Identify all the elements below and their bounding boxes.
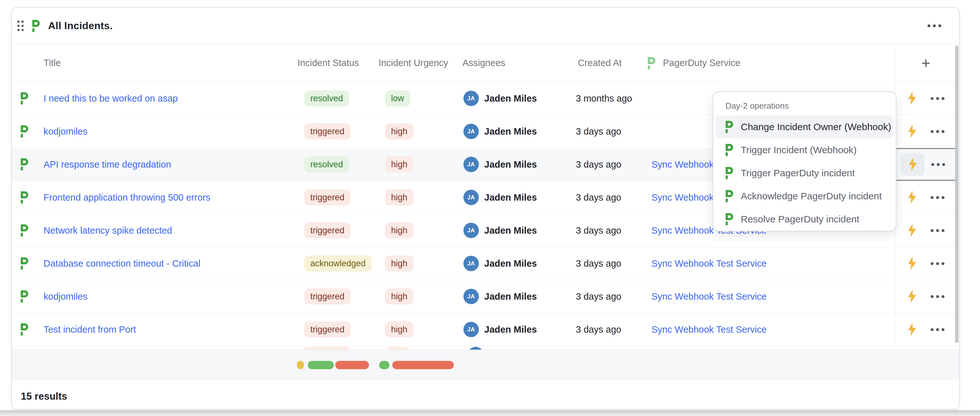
menu-section-label: Day-2 operations — [725, 101, 893, 111]
incident-status-badge: acknowledged — [304, 255, 372, 271]
table-header-row: Title Incident Status Incident Urgency A… — [12, 44, 957, 82]
incident-title-link[interactable]: kodjomiles — [43, 291, 88, 301]
avatar: JA — [463, 289, 479, 304]
pagerduty-icon — [646, 57, 656, 69]
incident-urgency-badge: high — [385, 322, 414, 338]
results-count: 15 results — [21, 390, 67, 402]
pagerduty-service-link[interactable]: Sync Webhook Test Service — [651, 258, 767, 269]
pagerduty-icon — [31, 20, 40, 32]
pagerduty-icon — [19, 125, 29, 137]
vertical-scrollbar[interactable] — [955, 46, 959, 343]
add-column-button[interactable]: + — [921, 56, 931, 71]
incident-title-link[interactable]: Database connection timeout - Critical — [43, 258, 200, 269]
pagerduty-icon — [724, 144, 734, 156]
incident-status-badge: triggered — [304, 322, 351, 338]
row-menu-button[interactable] — [931, 262, 945, 265]
row-menu-button[interactable] — [931, 97, 945, 100]
incident-status-badge — [303, 347, 350, 350]
widget-menu-button[interactable] — [924, 21, 945, 30]
pagerduty-icon — [724, 190, 734, 202]
avatar: JA — [463, 322, 479, 337]
incident-urgency-badge: high — [385, 190, 414, 206]
run-action-button[interactable] — [900, 120, 924, 143]
assignee-name: Jaden Miles — [484, 93, 537, 104]
column-header-title[interactable]: Title — [36, 58, 297, 68]
created-at: 3 days ago — [574, 159, 644, 170]
run-action-button[interactable] — [900, 318, 924, 341]
row-menu-button[interactable] — [931, 196, 945, 199]
row-menu-button[interactable] — [931, 163, 945, 166]
all-incidents-widget: All Incidents. Title Incident Status Inc… — [11, 7, 960, 410]
menu-item-acknowledge-pagerduty-incident[interactable]: Acknowledge PagerDuty incident — [716, 185, 893, 208]
incident-title-link[interactable]: Test incident from Port — [43, 324, 136, 335]
pagerduty-icon — [19, 92, 29, 105]
incident-title-link[interactable]: kodjomiles — [43, 126, 88, 137]
table-row[interactable]: Test incident from Port triggered high J… — [12, 313, 957, 346]
pagerduty-icon — [724, 213, 734, 225]
pagerduty-icon — [724, 167, 734, 179]
drag-handle-icon[interactable] — [17, 21, 24, 31]
created-at: 3 days ago — [574, 324, 644, 335]
incident-urgency-badge: high — [385, 222, 414, 238]
run-action-button[interactable] — [900, 87, 924, 110]
pagerduty-icon — [724, 121, 734, 133]
incident-status-badge: triggered — [304, 123, 351, 139]
avatar: JA — [463, 157, 479, 172]
incident-title-link[interactable]: Frontend application throwing 500 errors — [43, 192, 210, 202]
row-menu-button[interactable] — [931, 295, 945, 298]
menu-item-trigger-pagerduty-incident[interactable]: Trigger PagerDuty incident — [716, 161, 893, 185]
pagerduty-icon — [19, 324, 29, 336]
loading-pill — [297, 361, 304, 369]
created-at: 3 days ago — [574, 225, 644, 236]
widget-header: All Incidents. — [12, 8, 959, 44]
run-action-button[interactable] — [900, 252, 924, 275]
incident-title-link[interactable]: API response time degradation — [43, 159, 171, 169]
incident-status-badge: resolved — [304, 90, 349, 107]
assignee-name: Jaden Miles — [484, 126, 537, 137]
pagerduty-service-link[interactable]: Sync Webhook Test Service — [651, 324, 767, 335]
avatar — [468, 347, 484, 350]
row-menu-button[interactable] — [931, 328, 945, 331]
column-header-pagerduty-service[interactable]: PagerDuty Service — [644, 57, 895, 69]
column-header-assignees[interactable]: Assignees — [462, 58, 574, 68]
avatar: JA — [463, 91, 479, 106]
assignee-name: Jaden Miles — [484, 225, 537, 236]
table-row[interactable]: kodjomiles triggered high JA Jaden Miles… — [12, 280, 957, 313]
pagerduty-service-link[interactable]: Sync Webhook Test Service — [651, 291, 767, 301]
incident-urgency-badge: high — [385, 156, 414, 172]
pagerduty-icon — [19, 158, 29, 171]
menu-item-resolve-pagerduty-incident[interactable]: Resolve PagerDuty incident — [716, 208, 893, 231]
assignee-name: Jaden Miles — [484, 258, 537, 269]
created-at: 3 days ago — [574, 126, 644, 137]
incident-status-badge: triggered — [304, 222, 351, 238]
add-column-cell: + — [895, 44, 957, 82]
column-header-incident-urgency[interactable]: Incident Urgency — [379, 58, 462, 68]
run-action-button[interactable] — [900, 186, 924, 209]
avatar: JA — [463, 190, 479, 205]
incident-title-link[interactable]: Network latency spike detected — [43, 225, 172, 236]
incident-status-badge: triggered — [304, 288, 351, 304]
loading-pill — [308, 361, 334, 369]
run-action-button[interactable] — [900, 219, 924, 242]
menu-item-trigger-incident-webhook[interactable]: Trigger Incident (Webhook) — [716, 139, 893, 161]
incident-urgency-badge: high — [385, 123, 414, 139]
assignee-name: Jaden Miles — [484, 291, 537, 302]
pagerduty-icon — [19, 191, 29, 204]
run-action-button[interactable] — [900, 285, 924, 308]
incident-urgency-badge — [387, 347, 409, 350]
avatar: JA — [463, 256, 479, 271]
row-menu-button[interactable] — [931, 229, 945, 232]
menu-item-change-incident-owner[interactable]: Change Incident Owner (Webhook) — [716, 115, 893, 139]
loading-pill — [379, 361, 390, 369]
row-menu-button[interactable] — [931, 130, 945, 133]
incident-title-link[interactable]: I need this to be worked on asap — [43, 93, 178, 104]
partial-table-row — [12, 346, 959, 350]
run-action-button[interactable] — [901, 153, 924, 176]
widget-title: All Incidents. — [48, 20, 113, 32]
created-at: 3 days ago — [574, 291, 644, 302]
assignee-name: Jaden Miles — [484, 159, 537, 170]
table-row[interactable]: Database connection timeout - Critical a… — [12, 247, 957, 280]
column-header-incident-status[interactable]: Incident Status — [297, 58, 379, 68]
column-header-created-at[interactable]: Created At — [574, 58, 644, 68]
page-bottom-shadow — [0, 410, 980, 416]
